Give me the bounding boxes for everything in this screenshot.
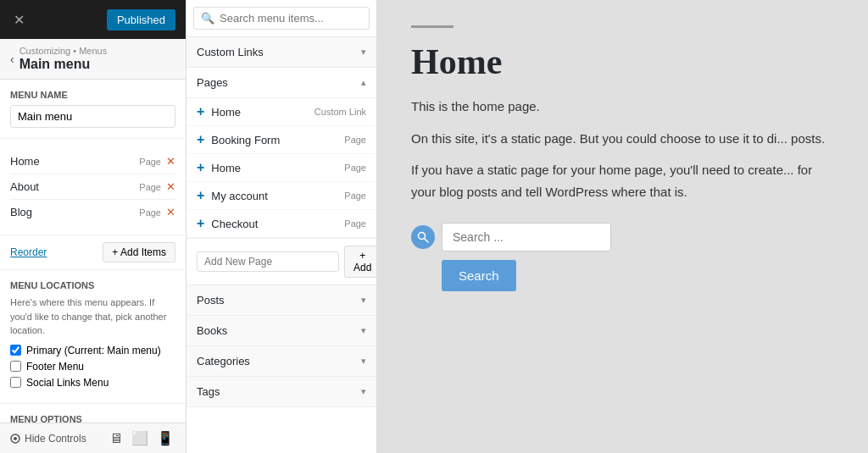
chevron-down-icon: ▾ bbox=[361, 325, 366, 336]
left-header: ✕ Published bbox=[0, 0, 186, 39]
social-label: Social Links Menu bbox=[26, 377, 108, 389]
preview-title: Home bbox=[411, 41, 834, 82]
posts-label: Posts bbox=[197, 294, 225, 307]
desktop-icon[interactable]: 🖥 bbox=[108, 429, 125, 448]
menu-name-section: Menu Name bbox=[0, 80, 186, 139]
search-input[interactable] bbox=[220, 12, 362, 25]
menu-actions: Reorder + Add Items bbox=[0, 235, 186, 270]
back-button[interactable]: ‹ bbox=[10, 52, 14, 66]
pages-label: Pages bbox=[197, 76, 228, 89]
add-checkout[interactable]: + bbox=[197, 216, 204, 231]
search-widget: Search bbox=[411, 223, 834, 291]
page-name: Home bbox=[211, 106, 314, 119]
primary-checkbox[interactable] bbox=[10, 345, 21, 356]
page-item: + Booking Form Page bbox=[186, 126, 376, 154]
middle-panel: 🔍 Custom Links ▾ Pages ▴ + Home Custom L… bbox=[186, 0, 377, 453]
chevron-down-icon: ▾ bbox=[361, 295, 366, 306]
chevron-down-icon: ▾ bbox=[361, 47, 366, 58]
add-new-page-input[interactable] bbox=[197, 251, 339, 272]
page-item: + Home Custom Link bbox=[186, 98, 376, 126]
menu-item: Blog Page ✕ bbox=[10, 200, 175, 224]
add-page-button[interactable]: + Add bbox=[344, 246, 377, 278]
search-widget-row bbox=[411, 223, 834, 251]
add-booking-form[interactable]: + bbox=[197, 132, 204, 147]
menu-item: About Page ✕ bbox=[10, 174, 175, 200]
add-items-button[interactable]: + Add Items bbox=[103, 242, 175, 262]
menu-items-list: Home Page ✕ About Page ✕ Blog bbox=[10, 149, 175, 224]
menu-item-right: Page ✕ bbox=[139, 206, 175, 218]
remove-icon[interactable]: ✕ bbox=[166, 155, 175, 168]
footer-checkbox[interactable] bbox=[10, 361, 21, 372]
add-my-account[interactable]: + bbox=[197, 188, 204, 203]
page-name: Home bbox=[211, 162, 344, 174]
hide-controls[interactable]: Hide Controls bbox=[10, 433, 86, 445]
search-widget-input[interactable] bbox=[442, 223, 611, 251]
footer-label: Footer Menu bbox=[26, 361, 84, 373]
accordion-books: Books ▾ bbox=[186, 316, 376, 346]
pages-header[interactable]: Pages ▴ bbox=[186, 68, 376, 98]
eye-icon bbox=[10, 434, 20, 444]
chevron-down-icon: ▾ bbox=[361, 356, 366, 367]
breadcrumb: Customizing • Menus bbox=[19, 46, 108, 56]
custom-links-header[interactable]: Custom Links ▾ bbox=[186, 37, 376, 67]
add-home-page[interactable]: + bbox=[197, 160, 204, 175]
checkbox-social: Social Links Menu bbox=[10, 377, 175, 389]
right-panel: Home This is the home page. On this site… bbox=[377, 0, 868, 453]
customizing-nav: ‹ Customizing • Menus Main menu bbox=[0, 39, 186, 80]
menu-locations-section: Menu Locations Here's where this menu ap… bbox=[0, 270, 186, 404]
search-icon: 🔍 bbox=[201, 12, 214, 25]
categories-header[interactable]: Categories ▾ bbox=[186, 346, 376, 376]
social-checkbox[interactable] bbox=[10, 377, 21, 388]
menu-item-right: Page ✕ bbox=[139, 180, 175, 193]
books-header[interactable]: Books ▾ bbox=[186, 316, 376, 345]
search-box: 🔍 bbox=[186, 0, 376, 37]
svg-line-3 bbox=[425, 239, 429, 243]
chevron-up-icon: ▴ bbox=[361, 77, 366, 88]
accordion-categories: Categories ▾ bbox=[186, 346, 376, 377]
remove-icon[interactable]: ✕ bbox=[166, 206, 175, 218]
menu-locations-desc: Here's where this menu appears. If you'd… bbox=[10, 296, 175, 338]
reorder-link[interactable]: Reorder bbox=[10, 246, 47, 258]
menu-name-input[interactable] bbox=[10, 105, 175, 128]
menu-options-label: Menu Options bbox=[10, 414, 175, 423]
nav-info: Customizing • Menus Main menu bbox=[19, 46, 108, 72]
page-item: + Home Page bbox=[186, 154, 376, 182]
menu-name-label: Menu Name bbox=[10, 90, 175, 100]
page-type: Page bbox=[344, 191, 366, 201]
page-type: Custom Link bbox=[314, 107, 366, 117]
search-widget-button[interactable]: Search bbox=[442, 260, 516, 291]
menu-item-name: Home bbox=[10, 155, 40, 168]
accordion-posts: Posts ▾ bbox=[186, 285, 376, 316]
close-button[interactable]: ✕ bbox=[10, 10, 28, 30]
page-name: Checkout bbox=[211, 218, 344, 230]
nav-title: Main menu bbox=[19, 56, 108, 72]
mobile-icon[interactable]: 📱 bbox=[155, 428, 175, 448]
chevron-down-icon: ▾ bbox=[361, 386, 366, 397]
menu-item-type: Page bbox=[139, 207, 161, 218]
search-btn-row: Search bbox=[411, 260, 834, 291]
accordion-pages: Pages ▴ + Home Custom Link + Booking For… bbox=[186, 68, 376, 285]
device-icons: 🖥 ⬜ 📱 bbox=[108, 428, 175, 448]
remove-icon[interactable]: ✕ bbox=[166, 180, 175, 193]
menu-item: Home Page ✕ bbox=[10, 149, 175, 174]
search-input-wrap: 🔍 bbox=[193, 7, 370, 30]
pages-content: + Home Custom Link + Booking Form Page +… bbox=[186, 98, 376, 285]
search-widget-icon bbox=[411, 225, 435, 249]
checkbox-primary: Primary (Current: Main menu) bbox=[10, 345, 175, 356]
accordion-custom-links: Custom Links ▾ bbox=[186, 37, 376, 68]
preview-divider bbox=[411, 25, 453, 28]
menu-item-type: Page bbox=[139, 182, 161, 192]
add-new-page-row: + Add bbox=[186, 238, 376, 285]
published-button[interactable]: Published bbox=[107, 9, 175, 30]
menu-item-name: Blog bbox=[10, 206, 32, 218]
add-home-custom-link[interactable]: + bbox=[197, 104, 204, 119]
categories-label: Categories bbox=[197, 355, 250, 367]
posts-header[interactable]: Posts ▾ bbox=[186, 285, 376, 315]
bottom-bar: Hide Controls 🖥 ⬜ 📱 bbox=[0, 423, 186, 453]
tags-header[interactable]: Tags ▾ bbox=[186, 377, 376, 406]
left-body: ‹ Customizing • Menus Main menu Menu Nam… bbox=[0, 39, 186, 423]
tablet-icon[interactable]: ⬜ bbox=[130, 428, 150, 448]
page-name: My account bbox=[211, 190, 344, 202]
preview-text-3: If you have a static page for your home … bbox=[411, 159, 834, 202]
accordion-tags: Tags ▾ bbox=[186, 377, 376, 407]
